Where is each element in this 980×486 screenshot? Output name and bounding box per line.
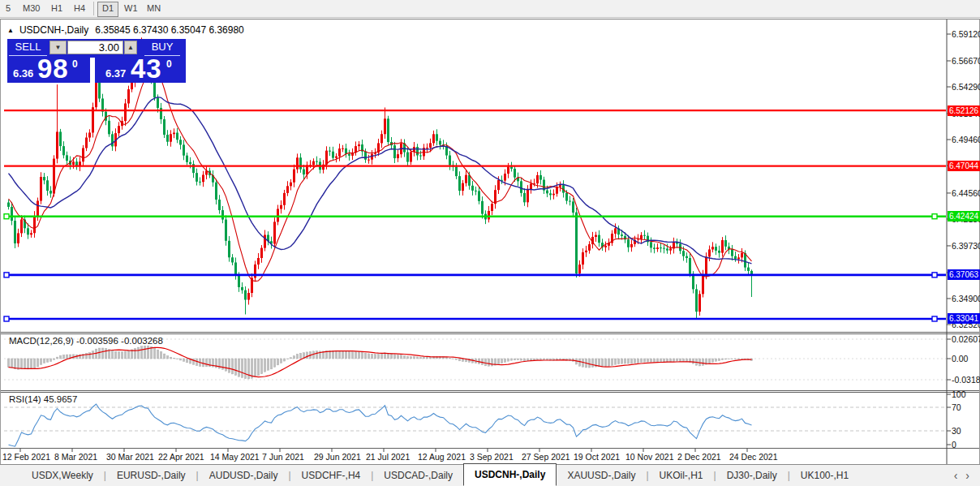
volume-increase-button[interactable]: ▲	[124, 41, 137, 54]
buy-price-sup: 0	[166, 58, 172, 70]
chart-tabs: USDX,Weekly|EURUSD-,Daily|AUDUSD-,Daily|…	[0, 464, 980, 486]
chart-title: ▲USDCNH-,Daily6.35845 6.37430 6.35047 6.…	[7, 24, 244, 36]
toolbar-separator	[93, 2, 94, 15]
date-axis-label: 2 Dec 2021	[677, 452, 721, 462]
timeframe-button-MN[interactable]: MN	[143, 2, 165, 15]
symbol-label: USDCNH-,Daily	[19, 24, 88, 36]
date-axis-label: 12 Aug 2021	[418, 452, 466, 462]
price-axis-label: 6.34900	[952, 294, 980, 303]
chart-canvas[interactable]	[1, 19, 979, 464]
price-axis-label: 6.54290	[952, 82, 980, 92]
sell-price[interactable]: 6.36 98 0	[7, 58, 90, 83]
date-axis-label: 22 Apr 2021	[158, 452, 204, 462]
chart-window: ▲USDCNH-,Daily6.35845 6.37430 6.35047 6.…	[0, 19, 980, 464]
price-axis-label: 6.49460	[952, 135, 980, 144]
buy-price[interactable]: 6.37 43 0	[95, 58, 186, 83]
level-handle[interactable]	[4, 316, 9, 321]
date-axis-label: 24 Dec 2021	[729, 452, 778, 462]
date-axis-label: 21 Jul 2021	[366, 452, 410, 462]
chart-tab-audusd-daily[interactable]: AUDUSD-,Daily	[199, 466, 289, 486]
indicator-axis-label: -0.03187	[952, 375, 980, 385]
timeframe-toolbar: 5M30H1H4D1W1MN	[0, 0, 980, 18]
chart-tab-usdx-weekly[interactable]: USDX,Weekly	[21, 466, 104, 486]
tabs-scroll-left-icon[interactable]: ‹	[950, 469, 962, 482]
price-axis-label: 6.39730	[952, 241, 980, 251]
date-axis-label: 7 Jun 2021	[262, 452, 304, 462]
level-handle[interactable]	[932, 214, 937, 219]
price-axis-label: 6.59120	[952, 29, 980, 39]
level-price-badge: 6.33041	[948, 313, 980, 324]
date-axis-label: 12 Feb 2021	[2, 452, 50, 462]
level-handle[interactable]	[932, 273, 937, 277]
ma-fast-line	[9, 69, 752, 282]
chart-tab-ukoil-h1[interactable]: UKOil-,H1	[649, 466, 714, 486]
chart-tab-eurusd-daily[interactable]: EURUSD-,Daily	[106, 466, 196, 486]
level-price-badge: 6.42424	[948, 211, 980, 221]
one-click-trading-panel: SELL ▼ ▲ BUY 6.36 98 0 6.37 43 0	[7, 39, 186, 83]
chart-tab-dj30-daily[interactable]: DJ30-,Daily	[716, 466, 788, 486]
rsi-line	[9, 404, 752, 446]
timeframe-button-W1[interactable]: W1	[120, 2, 142, 15]
chart-tab-uk100-h1[interactable]: UK100-,H1	[790, 466, 859, 486]
volume-input[interactable]	[67, 41, 123, 54]
date-axis-label: 27 Sep 2021	[522, 452, 570, 462]
level-price-badge: 6.37063	[948, 269, 980, 280]
date-axis-label: 3 Sep 2021	[470, 452, 514, 462]
date-axis-label: 8 Mar 2021	[54, 452, 97, 462]
timeframe-button-D1[interactable]: D1	[97, 2, 118, 17]
date-axis-label: 10 Nov 2021	[625, 452, 674, 462]
buy-price-big: 43	[131, 54, 162, 84]
level-price-badge: 6.47044	[948, 161, 980, 171]
buy-price-handle: 6.37	[105, 67, 126, 80]
date-axis-label: 29 Jun 2021	[314, 452, 361, 462]
chart-tab-usdchf-h4[interactable]: USDCHF-,H4	[291, 466, 372, 486]
timeframe-button-M30[interactable]: M30	[19, 2, 44, 15]
date-axis-label: 14 May 2021	[210, 452, 260, 462]
rsi-label: RSI(14) 45.9657	[9, 394, 77, 404]
level-handle[interactable]	[932, 316, 937, 321]
trading-terminal: 5M30H1H4D1W1MN ▲USDCNH-,Daily6.35845 6.3…	[0, 0, 980, 486]
sell-price-sup: 0	[72, 58, 78, 70]
indicator-axis-label: 70	[952, 402, 961, 412]
volume-decrease-button[interactable]: ▼	[49, 41, 67, 54]
ohlc-readout: 6.35845 6.37430 6.35047 6.36980	[95, 24, 244, 36]
timeframe-button-5[interactable]: 5	[2, 2, 15, 15]
level-price-badge: 6.52126	[948, 105, 980, 116]
indicator-axis-label: 30	[952, 426, 961, 436]
date-axis-label: 19 Oct 2021	[574, 452, 620, 462]
sell-price-handle: 6.36	[13, 67, 33, 80]
indicator-axis-label: 0	[952, 440, 956, 449]
date-axis-label: 30 Mar 2021	[106, 452, 154, 462]
indicator-axis-label: 0.00	[952, 354, 968, 363]
macd-layer	[7, 346, 753, 379]
level-handle[interactable]	[4, 214, 9, 219]
chart-tab-xauusd-daily[interactable]: XAUUSD-,Daily	[557, 466, 646, 486]
indicator-axis-label: 100	[952, 389, 966, 399]
indicator-axis-label: 0.02607	[952, 334, 980, 344]
chart-tab-usdcnh-daily[interactable]: USDCNH-,Daily	[463, 463, 557, 486]
tabs-scroll-right-icon[interactable]: ›	[961, 469, 974, 482]
timeframe-button-H4[interactable]: H4	[70, 2, 89, 15]
timeframe-button-H1[interactable]: H1	[47, 2, 67, 15]
level-handle[interactable]	[4, 273, 9, 277]
chart-tab-usdcad-daily[interactable]: USDCAD-,Daily	[373, 466, 463, 486]
price-axis-label: 6.44560	[952, 188, 980, 198]
collapse-arrow-icon[interactable]: ▲	[7, 27, 14, 34]
sell-price-big: 98	[37, 54, 69, 84]
macd-label: MACD(12,26,9) -0.003596 -0.003268	[9, 336, 163, 346]
price-axis-label: 6.56670	[952, 56, 980, 66]
